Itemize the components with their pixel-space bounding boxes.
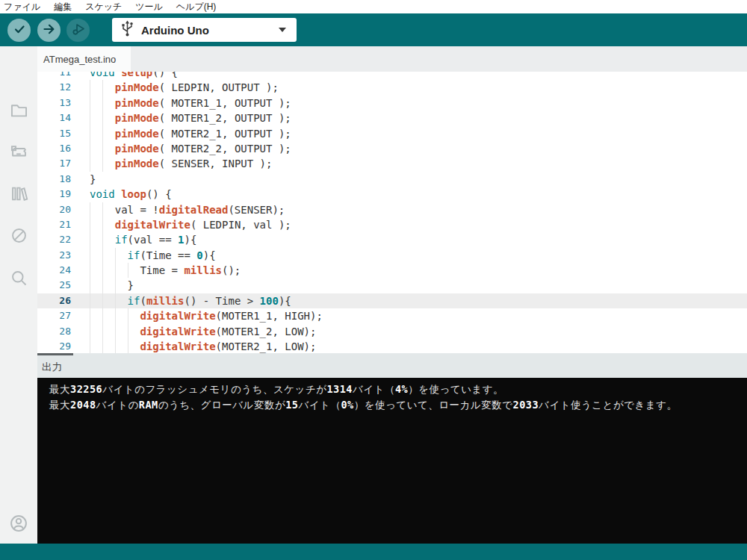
menu-item[interactable]: ツール [134, 1, 171, 13]
code-line[interactable]: 27 digitalWrite(MOTER1_1, HIGH); [37, 308, 747, 323]
indent-guide [102, 126, 103, 141]
indent-guide [115, 293, 116, 308]
indent-guide [90, 232, 90, 247]
code-line[interactable]: 17 pinMode( SENSER, INPUT ); [37, 156, 747, 171]
indent-guide [90, 263, 90, 278]
indent-guide [90, 217, 90, 232]
tab-label: ATmega_test.ino [43, 54, 116, 65]
code-line[interactable]: 19void loop() { [37, 187, 747, 202]
line-number: 24 [37, 263, 71, 278]
code-line[interactable]: 12 pinMode( LEDPIN, OUTPUT ); [37, 80, 747, 95]
indent-guide [128, 263, 128, 278]
indent-guide [128, 308, 128, 323]
activity-bar [0, 46, 37, 544]
code-line[interactable]: 25 } [37, 278, 747, 293]
indent-guide [90, 111, 90, 125]
account-button[interactable] [0, 505, 37, 543]
code-lines: 11void setup() {12 pinMode( LEDPIN, OUTP… [37, 72, 747, 353]
indent-guide [102, 156, 103, 171]
indent-guide [90, 202, 90, 217]
board-selector-label: Arduino Uno [141, 24, 279, 37]
code-text: if(val == 1){ [90, 232, 196, 247]
library-manager-button[interactable] [0, 176, 37, 214]
menu-bar: ファイル編集スケッチツールヘルプ(H) [0, 0, 747, 13]
line-number: 25 [37, 278, 71, 293]
tab-bar: ATmega_test.ino [37, 46, 747, 72]
code-line[interactable]: 23 if(Time == 0){ [37, 248, 747, 263]
menu-item[interactable]: 編集 [53, 1, 80, 13]
indent-guide [90, 141, 90, 156]
code-text: digitalWrite(MOTER1_2, LOW); [90, 324, 316, 339]
indent-guide [115, 278, 116, 293]
indent-guide [102, 202, 103, 217]
code-line[interactable]: 24 Time = millis(); [37, 263, 747, 278]
line-number: 22 [37, 232, 71, 247]
line-number: 19 [37, 187, 71, 202]
check-icon [11, 21, 28, 40]
code-line[interactable]: 28 digitalWrite(MOTER1_2, LOW); [37, 324, 747, 339]
output-panel-header: 出力 [37, 353, 747, 378]
line-number: 14 [37, 111, 71, 125]
output-console[interactable]: 最大32256バイトのフラッシュメモリのうち、スケッチが1314バイト（4%）を… [37, 378, 747, 544]
debug-sidebar-button[interactable] [0, 218, 37, 255]
line-number: 18 [37, 172, 71, 187]
indent-guide [102, 141, 103, 156]
line-number: 16 [37, 141, 71, 156]
usb-icon [121, 19, 134, 40]
indent-guide [90, 324, 90, 339]
code-text: digitalWrite(MOTER1_1, HIGH); [90, 308, 323, 323]
output-tab-indicator [37, 353, 73, 355]
board-selector[interactable]: Arduino Uno [112, 18, 297, 42]
line-number: 11 [37, 72, 71, 80]
sketchbook-folder-icon [9, 100, 29, 122]
indent-guide [90, 126, 90, 141]
indent-guide [90, 96, 90, 111]
search-button[interactable] [0, 261, 37, 298]
sidebook-sketchbook-button[interactable] [0, 93, 37, 130]
code-line[interactable]: 15 pinMode( MOTER2_1, OUTPUT ); [37, 126, 747, 141]
code-line[interactable]: 22 if(val == 1){ [37, 232, 747, 247]
code-line[interactable]: 20 val = !digitalRead(SENSER); [37, 202, 747, 217]
library-manager-icon [9, 184, 29, 206]
boards-manager-button[interactable] [0, 134, 37, 172]
code-line[interactable]: 18} [37, 172, 747, 187]
chevron-down-icon [279, 28, 286, 32]
tab-sketch[interactable]: ATmega_test.ino [37, 46, 131, 72]
menu-item[interactable]: スケッチ [84, 1, 130, 13]
menu-item[interactable]: ヘルプ(H) [176, 1, 225, 13]
code-text: } [90, 172, 96, 187]
code-line[interactable]: 29 digitalWrite(MOTER2_1, LOW); [37, 339, 747, 353]
code-editor[interactable]: 11void setup() {12 pinMode( LEDPIN, OUTP… [37, 72, 747, 353]
upload-button[interactable] [37, 19, 61, 42]
code-line[interactable]: 13 pinMode( MOTER1_1, OUTPUT ); [37, 96, 747, 111]
indent-guide [115, 324, 116, 339]
code-text: digitalWrite(MOTER2_1, LOW); [90, 339, 316, 353]
indent-guide [102, 232, 103, 247]
indent-guide [102, 263, 103, 278]
indent-guide [90, 339, 90, 353]
debug-play-gear-icon [69, 20, 87, 40]
indent-guide [90, 156, 90, 171]
indent-guide [128, 339, 128, 353]
code-line[interactable]: 26 if(millis() - Time > 100){ [37, 293, 747, 308]
code-line[interactable]: 21 digitalWrite( LEDPIN, val ); [37, 217, 747, 232]
debug-button[interactable] [66, 19, 90, 42]
menu-item[interactable]: ファイル [3, 1, 49, 13]
indent-guide [102, 111, 103, 125]
line-number: 17 [37, 156, 71, 171]
search-icon [9, 268, 29, 290]
code-line[interactable]: 16 pinMode( MOTER2_2, OUTPUT ); [37, 141, 747, 156]
indent-guide [115, 308, 116, 323]
code-text: val = !digitalRead(SENSER); [90, 202, 285, 217]
indent-guide [102, 278, 103, 293]
code-text: pinMode( MOTER1_2, OUTPUT ); [90, 111, 291, 125]
indent-guide [102, 96, 103, 111]
indent-guide [102, 293, 103, 308]
code-line[interactable]: 11void setup() { [37, 72, 747, 80]
line-number: 26 [37, 293, 71, 308]
line-number: 20 [37, 202, 71, 217]
line-number: 23 [37, 248, 71, 263]
code-text: if(Time == 0){ [90, 248, 216, 263]
verify-button[interactable] [7, 19, 31, 42]
code-line[interactable]: 14 pinMode( MOTER1_2, OUTPUT ); [37, 111, 747, 125]
